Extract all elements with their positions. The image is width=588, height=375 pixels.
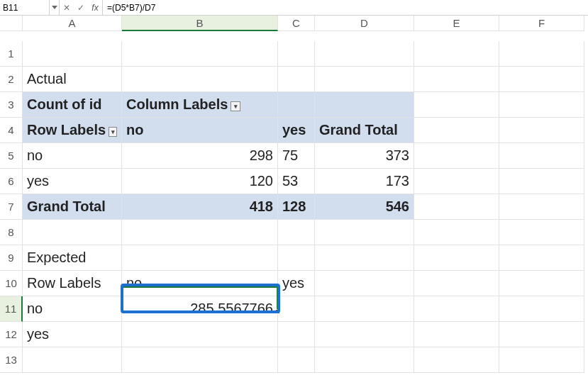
select-all-corner[interactable]	[0, 16, 23, 31]
cell-D2[interactable]	[315, 67, 414, 92]
cell-F4[interactable]	[499, 118, 584, 143]
cell-C1[interactable]	[278, 41, 315, 67]
cell-E2[interactable]	[414, 67, 499, 92]
cell-E12[interactable]	[414, 322, 499, 347]
col-header-E[interactable]: E	[414, 16, 499, 31]
cell-B2[interactable]	[122, 67, 278, 92]
cell-F5[interactable]	[499, 143, 584, 169]
cell-A6[interactable]: yes	[23, 169, 122, 194]
cell-B4[interactable]: no	[122, 118, 278, 143]
row-header-3[interactable]: 3	[0, 92, 23, 118]
cell-C5[interactable]: 75	[278, 143, 315, 169]
cell-A12[interactable]: yes	[23, 322, 122, 347]
cell-F3[interactable]	[499, 92, 584, 118]
cell-B13[interactable]	[122, 347, 278, 373]
row-header-13[interactable]: 13	[0, 347, 23, 373]
cell-E3[interactable]	[414, 92, 499, 118]
row-header-7[interactable]: 7	[0, 194, 23, 220]
cell-A4[interactable]: Row Labels ▾	[23, 118, 122, 143]
cell-B8[interactable]	[122, 220, 278, 245]
cell-D6[interactable]: 173	[315, 169, 414, 194]
cell-C12[interactable]	[278, 322, 315, 347]
col-header-B[interactable]: B	[122, 16, 278, 31]
cell-C6[interactable]: 53	[278, 169, 315, 194]
row-header-10[interactable]: 10	[0, 271, 23, 296]
cell-F10[interactable]	[499, 271, 584, 296]
cell-A11[interactable]: no	[23, 296, 122, 322]
cell-B7[interactable]: 418	[122, 194, 278, 220]
cell-B3[interactable]: Column Labels ▾	[122, 92, 278, 118]
cell-E6[interactable]	[414, 169, 499, 194]
cell-C9[interactable]	[278, 245, 315, 271]
column-labels-dropdown-icon[interactable]: ▾	[231, 101, 240, 111]
col-header-A[interactable]: A	[23, 16, 122, 31]
row-header-8[interactable]: 8	[0, 220, 23, 245]
cell-A10[interactable]: Row Labels	[23, 271, 122, 296]
row-header-6[interactable]: 6	[0, 169, 23, 194]
cell-F1[interactable]	[499, 41, 584, 67]
cell-A2[interactable]: Actual	[23, 67, 122, 92]
name-box[interactable]	[0, 0, 50, 15]
row-labels-dropdown-icon[interactable]: ▾	[109, 127, 117, 137]
row-header-2[interactable]: 2	[0, 67, 23, 92]
row-header-12[interactable]: 12	[0, 322, 23, 347]
cell-A3[interactable]: Count of id	[23, 92, 122, 118]
cell-B6[interactable]: 120	[122, 169, 278, 194]
cell-D10[interactable]	[315, 271, 414, 296]
cell-C3[interactable]	[278, 92, 315, 118]
cell-A5[interactable]: no	[23, 143, 122, 169]
cell-B10[interactable]: no	[122, 271, 278, 296]
cell-F8[interactable]	[499, 220, 584, 245]
cell-E13[interactable]	[414, 347, 499, 373]
cell-E8[interactable]	[414, 220, 499, 245]
cell-C7[interactable]: 128	[278, 194, 315, 220]
cell-D11[interactable]	[315, 296, 414, 322]
cancel-icon[interactable]: ✕	[60, 0, 74, 15]
cell-C8[interactable]	[278, 220, 315, 245]
cell-E4[interactable]	[414, 118, 499, 143]
cell-F6[interactable]	[499, 169, 584, 194]
cell-D13[interactable]	[315, 347, 414, 373]
cell-F13[interactable]	[499, 347, 584, 373]
cell-E5[interactable]	[414, 143, 499, 169]
cell-C4[interactable]: yes	[278, 118, 315, 143]
col-header-C[interactable]: C	[278, 16, 315, 31]
row-header-11[interactable]: 11	[0, 296, 23, 322]
row-header-9[interactable]: 9	[0, 245, 23, 271]
cell-B1[interactable]	[122, 41, 278, 67]
cell-C11[interactable]	[278, 296, 315, 322]
cell-E10[interactable]	[414, 271, 499, 296]
cell-D1[interactable]	[315, 41, 414, 67]
enter-icon[interactable]: ✓	[74, 0, 88, 15]
cell-A13[interactable]	[23, 347, 122, 373]
cell-A7[interactable]: Grand Total	[23, 194, 122, 220]
cell-A8[interactable]	[23, 220, 122, 245]
cell-D7[interactable]: 546	[315, 194, 414, 220]
cell-B12[interactable]	[122, 322, 278, 347]
cell-F11[interactable]	[499, 296, 584, 322]
cell-C2[interactable]	[278, 67, 315, 92]
row-header-4[interactable]: 4	[0, 118, 23, 143]
col-header-F[interactable]: F	[499, 16, 584, 31]
cell-F7[interactable]	[499, 194, 584, 220]
row-header-5[interactable]: 5	[0, 143, 23, 169]
formula-input[interactable]	[102, 0, 588, 15]
cell-A1[interactable]	[23, 41, 122, 67]
row-header-1[interactable]: 1	[0, 41, 23, 67]
cell-E1[interactable]	[414, 41, 499, 67]
cell-D3[interactable]	[315, 92, 414, 118]
fx-icon[interactable]: fx	[88, 0, 102, 15]
cell-B5[interactable]: 298	[122, 143, 278, 169]
cell-C10[interactable]: yes	[278, 271, 315, 296]
cell-F12[interactable]	[499, 322, 584, 347]
cell-E7[interactable]	[414, 194, 499, 220]
cell-C13[interactable]	[278, 347, 315, 373]
cell-A9[interactable]: Expected	[23, 245, 122, 271]
cell-D12[interactable]	[315, 322, 414, 347]
cell-B11[interactable]: 285.5567766	[122, 296, 278, 322]
cell-D9[interactable]	[315, 245, 414, 271]
cell-E11[interactable]	[414, 296, 499, 322]
cell-D4[interactable]: Grand Total	[315, 118, 414, 143]
name-box-dropdown[interactable]	[50, 0, 60, 15]
cell-D8[interactable]	[315, 220, 414, 245]
